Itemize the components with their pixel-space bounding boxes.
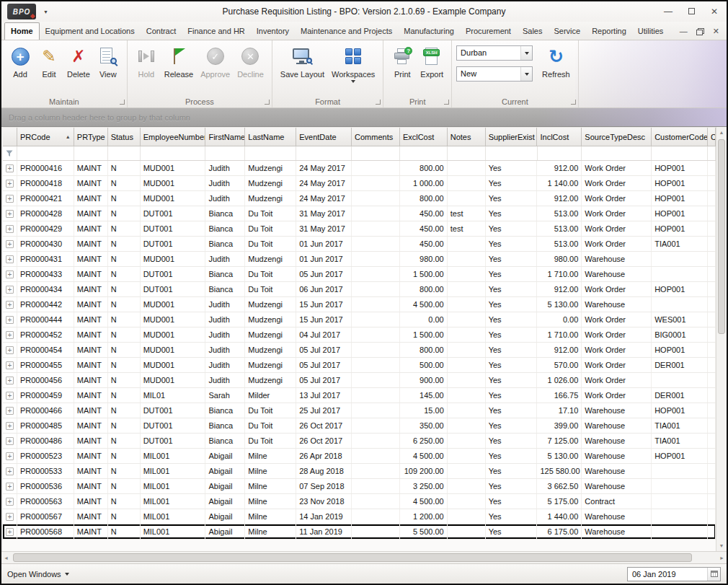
expand-icon[interactable]: + [6, 346, 14, 354]
dialog-launcher-icon[interactable] [265, 100, 270, 105]
column-header-prtype[interactable]: PRType [74, 128, 108, 146]
workspaces-button[interactable]: Workspaces [328, 43, 378, 84]
filter-cell[interactable] [448, 146, 486, 160]
tab-sales[interactable]: Sales [517, 23, 549, 40]
table-row[interactable]: +PR0000485MAINTNDUT001BiancaDu Toit26 Oc… [3, 418, 716, 434]
table-row[interactable]: +PR0000452MAINTNMUD001JudithMudzengi04 J… [3, 327, 716, 343]
filter-cell[interactable] [74, 146, 108, 160]
table-row[interactable]: +PR0000486MAINTNDUT001BiancaDu Toit26 Oc… [3, 434, 716, 449]
refresh-button[interactable]: ↻ Refresh [538, 43, 574, 82]
expand-icon[interactable]: + [6, 407, 14, 415]
dialog-launcher-icon[interactable] [120, 100, 125, 105]
view-button[interactable]: View [94, 43, 123, 80]
column-header-eventdate[interactable]: EventDate [296, 128, 352, 146]
date-picker[interactable]: 06 Jan 2019 [627, 567, 721, 581]
table-row[interactable]: +PR0000416MAINTNMUD001JudithMudzengi24 M… [3, 161, 716, 176]
expand-icon[interactable]: + [6, 528, 14, 536]
status-dropdown[interactable]: New [456, 66, 533, 82]
add-button[interactable]: + Add [6, 43, 35, 80]
table-row[interactable]: +PR0000434MAINTNDUT001BiancaDu Toit06 Ju… [3, 282, 716, 297]
filter-cell[interactable] [245, 146, 296, 160]
column-header-employeenumber[interactable]: EmployeeNumber [141, 128, 206, 146]
table-row[interactable]: +PR0000444MAINTNMUD001JudithMudzengi15 J… [3, 312, 716, 327]
table-row[interactable]: +PR0000533MAINTNMIL001AbigailMilne28 Aug… [3, 464, 716, 479]
tab-reporting[interactable]: Reporting [586, 23, 632, 40]
filter-cell[interactable] [652, 146, 708, 160]
table-row[interactable]: +PR0000523MAINTNMIL001AbigailMilne26 Apr… [3, 449, 716, 464]
expand-icon[interactable]: + [6, 164, 14, 172]
dialog-launcher-icon[interactable] [376, 100, 381, 105]
table-row[interactable]: +PR0000442MAINTNMUD001JudithMudzengi15 J… [3, 297, 716, 312]
expand-icon[interactable]: + [6, 316, 14, 324]
table-row[interactable]: +PR0000433MAINTNDUT001BiancaDu Toit05 Ju… [3, 267, 716, 282]
expand-icon[interactable]: + [6, 377, 14, 384]
scroll-up-icon[interactable]: ▲ [716, 127, 727, 138]
float-window-icon[interactable] [696, 28, 704, 35]
table-row[interactable]: +PR0000459MAINTNMIL01SarahMilder13 Jul 2… [3, 388, 716, 403]
save-layout-button[interactable]: Save Layout [277, 43, 328, 80]
site-dropdown[interactable]: Durban [456, 45, 533, 61]
filter-cell[interactable] [538, 146, 582, 160]
column-header[interactable]: C [708, 128, 716, 146]
approve-button[interactable]: ✓ Approve [197, 43, 234, 80]
close-ribbon-icon[interactable]: ✕ [713, 27, 719, 35]
filter-cell[interactable] [17, 146, 74, 160]
expand-icon[interactable]: + [6, 180, 14, 188]
table-row[interactable]: +PR0000429MAINTNDUT001BiancaDu Toit31 Ma… [3, 221, 716, 237]
close-button[interactable]: ✕ [711, 7, 718, 16]
export-button[interactable]: XLSH Export [417, 43, 447, 80]
table-row[interactable]: +PR0000456MAINTNMUD001JudithMudzengi05 J… [3, 373, 716, 388]
tab-procurement[interactable]: Procurement [460, 23, 517, 40]
expand-icon[interactable]: + [6, 513, 14, 521]
expand-icon[interactable]: + [6, 483, 14, 491]
tab-manufacturing[interactable]: Manufacturing [398, 23, 460, 40]
open-windows-button[interactable]: Open Windows [7, 570, 69, 579]
filter-cell[interactable] [296, 146, 352, 160]
group-by-bar[interactable]: Drag a column header here to group by th… [1, 108, 727, 127]
decline-button[interactable]: ✕ Decline [234, 43, 267, 80]
dialog-launcher-icon[interactable] [571, 100, 576, 105]
tab-service[interactable]: Service [548, 23, 586, 40]
tab-home[interactable]: Home [4, 22, 40, 40]
expand-icon[interactable]: + [6, 286, 14, 294]
column-header[interactable] [3, 128, 17, 146]
table-row[interactable]: +PR0000455MAINTNMUD001JudithMudzengi05 J… [3, 358, 716, 373]
column-header-notes[interactable]: Notes [448, 128, 486, 146]
tab-finance-and-hr[interactable]: Finance and HR [182, 23, 251, 40]
expand-icon[interactable]: + [6, 467, 14, 475]
table-row[interactable]: +PR0000431MAINTNMUD001JudithMudzengi01 J… [3, 252, 716, 267]
expand-icon[interactable]: + [6, 452, 14, 460]
vertical-scrollbar[interactable]: ▲ ▼ [716, 127, 727, 551]
table-row[interactable]: +PR0000536MAINTNMIL001AbigailMilne07 Sep… [3, 479, 716, 494]
minimize-ribbon-icon[interactable]: — [680, 27, 688, 35]
filter-cell[interactable] [108, 146, 141, 160]
filter-cell[interactable] [141, 146, 206, 160]
expand-icon[interactable]: + [6, 331, 14, 339]
table-row[interactable]: +PR0000418MAINTNMUD001JudithMudzengi24 M… [3, 176, 716, 191]
edit-button[interactable]: ✎ Edit [35, 43, 63, 80]
maximize-button[interactable] [688, 7, 695, 16]
tab-maintenance-and-projects[interactable]: Maintenance and Projects [295, 23, 398, 40]
print-button[interactable]: ? Print [388, 43, 417, 80]
release-button[interactable]: Release [161, 43, 197, 80]
filter-cell[interactable] [205, 146, 245, 160]
expand-icon[interactable]: + [6, 392, 14, 400]
table-row[interactable]: +PR0000454MAINTNMUD001JudithMudzengi05 J… [3, 343, 716, 358]
column-header-supplierexist[interactable]: SupplierExist [486, 128, 538, 146]
vertical-scrollbar-thumb[interactable] [718, 139, 725, 334]
column-header-lastname[interactable]: LastName [245, 128, 296, 146]
expand-icon[interactable]: + [6, 225, 14, 233]
expand-icon[interactable]: + [6, 437, 14, 445]
column-header-customercode[interactable]: CustomerCode [652, 128, 708, 146]
filter-cell[interactable] [352, 146, 400, 160]
expand-icon[interactable]: + [6, 240, 14, 248]
horizontal-scrollbar[interactable]: ◄ ► [1, 551, 727, 563]
filter-cell[interactable] [400, 146, 448, 160]
tab-inventory[interactable]: Inventory [251, 23, 295, 40]
scroll-down-icon[interactable]: ▼ [716, 540, 727, 551]
filter-cell[interactable] [3, 146, 17, 160]
expand-icon[interactable]: + [6, 301, 14, 309]
column-header-exclcost[interactable]: ExclCost [400, 128, 448, 146]
column-header-status[interactable]: Status [108, 128, 141, 146]
horizontal-scrollbar-thumb[interactable] [13, 553, 692, 562]
